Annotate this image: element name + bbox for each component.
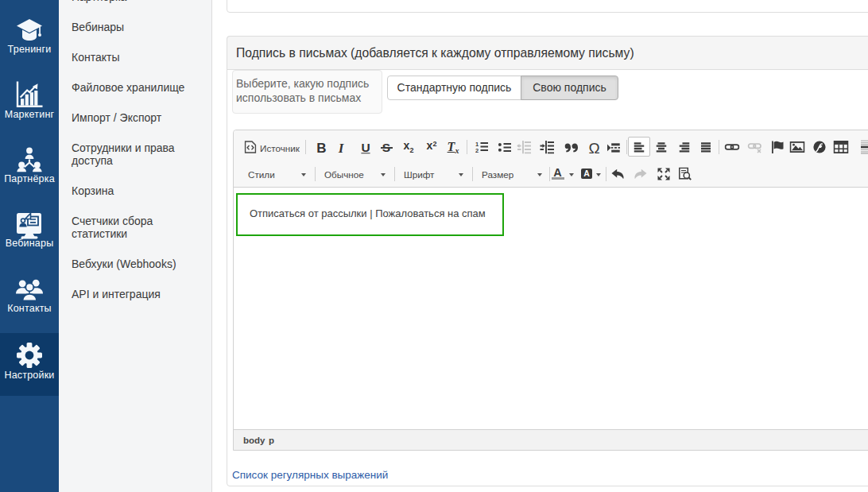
svg-text:2: 2 <box>475 147 479 154</box>
